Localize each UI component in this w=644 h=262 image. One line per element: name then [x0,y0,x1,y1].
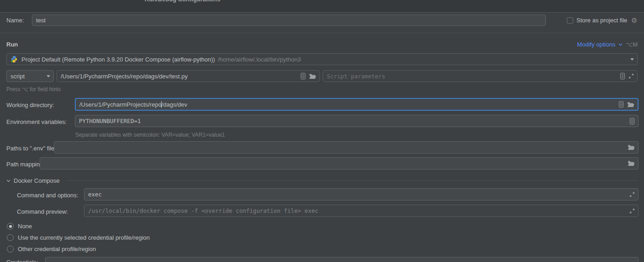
path-mappings-input[interactable] [40,157,639,170]
name-value: test [32,17,49,24]
modify-options-label[interactable]: Modify options [577,41,615,48]
interpreter-select[interactable]: Project Default (Remote Python 3.9.20 Do… [6,53,638,65]
docker-compose-header: Docker Compose [14,177,59,184]
environment-variables-value: PYTHONUNBUFFERED=1 [75,118,144,124]
interpreter-path: /home/airflow/.local/bin/python3 [215,56,304,63]
command-preview-value: /usr/local/bin/docker compose -f <overri… [84,207,322,214]
script-path-input[interactable]: /Users/1/PycharmProjects/repo/dags/dev/t… [57,70,320,82]
browse-folder-icon[interactable] [628,144,635,150]
insert-macros-icon[interactable] [618,101,624,108]
python-icon [10,56,18,63]
gear-icon[interactable]: ⚙ [631,17,637,24]
name-input[interactable]: test [32,15,546,26]
env-files-label: Paths to ".env" files: [6,145,59,152]
radio-button-icon[interactable] [7,234,14,241]
chevron-down-icon [6,180,10,182]
docker-compose-section-toggle[interactable]: Docker Compose [6,177,59,184]
dropdown-arrow-icon [47,75,50,77]
modify-options-shortcut: ⌥M [626,41,638,48]
chevron-down-icon [618,43,623,46]
command-preview-label: Command preview: [17,208,68,215]
radio-button-icon[interactable] [7,246,14,252]
environment-variables-label: Environment variables: [6,118,67,125]
script-parameters-placeholder: Script parameters [323,73,389,80]
insert-macros-icon[interactable] [620,73,625,79]
working-directory-value: /Users/1/PycharmProjects/repo/dags/dev [76,101,187,108]
interpreter-name: Project Default (Remote Python 3.9.20 Do… [18,56,215,63]
script-mode-select[interactable]: script [6,70,54,82]
radio-none[interactable]: None [7,223,32,230]
environment-variables-hint: Separate variables with semicolon: VAR=v… [75,132,225,138]
credentials-label: Credentials: [6,259,38,262]
store-as-project-file-checkbox[interactable] [567,17,573,24]
script-path-value: /Users/1/PycharmProjects/repo/dags/dev/t… [57,73,191,80]
run-debug-configurations-dialog: Run/Debug Configurations Name: test Stor… [0,0,644,262]
field-hints-text: Press ⌥ for field hints [6,86,61,92]
divider [0,33,644,33]
script-parameters-input[interactable]: Script parameters [323,70,638,82]
environment-variables-input[interactable]: PYTHONUNBUFFERED=1 [75,115,639,127]
command-options-label: Command and options: [17,192,78,199]
radio-current-credential-label: Use the currently selected credential pr… [18,234,150,241]
command-options-input[interactable]: exec [84,188,639,200]
command-options-value: exec [84,191,105,198]
insert-macros-icon[interactable] [300,73,306,79]
command-preview-field: /usr/local/bin/docker compose -f <overri… [84,205,639,217]
radio-other-credential-label: Other credential profile/region [18,246,96,252]
run-section-header: Run [6,41,18,48]
radio-button-icon[interactable] [7,223,14,230]
env-files-input[interactable] [54,141,639,154]
expand-field-icon[interactable] [629,192,635,197]
dialog-header-band [0,0,644,13]
browse-folder-icon[interactable] [309,73,316,79]
section-divider [67,180,638,181]
dropdown-arrow-icon[interactable] [630,58,634,61]
working-directory-input[interactable]: /Users/1/PycharmProjects/repo/dags/dev [75,98,639,111]
working-directory-label: Working directory: [6,102,54,108]
browse-folder-icon[interactable] [627,102,634,108]
radio-other-credential[interactable]: Other credential profile/region [7,246,96,252]
expand-field-icon[interactable] [629,208,635,214]
browse-folder-icon[interactable] [628,160,635,166]
name-label: Name: [6,17,24,24]
browse-variables-icon[interactable] [629,118,635,124]
dialog-title: Run/Debug Configurations [145,0,220,3]
expand-field-icon[interactable] [628,73,634,79]
radio-current-credential[interactable]: Use the currently selected credential pr… [7,234,150,241]
script-mode-value: script [7,73,28,80]
modify-options[interactable]: Modify options ⌥M [577,41,638,48]
radio-none-label: None [18,223,32,230]
credentials-input[interactable] [45,257,639,262]
store-as-project-file-label: Store as project file [576,17,627,24]
